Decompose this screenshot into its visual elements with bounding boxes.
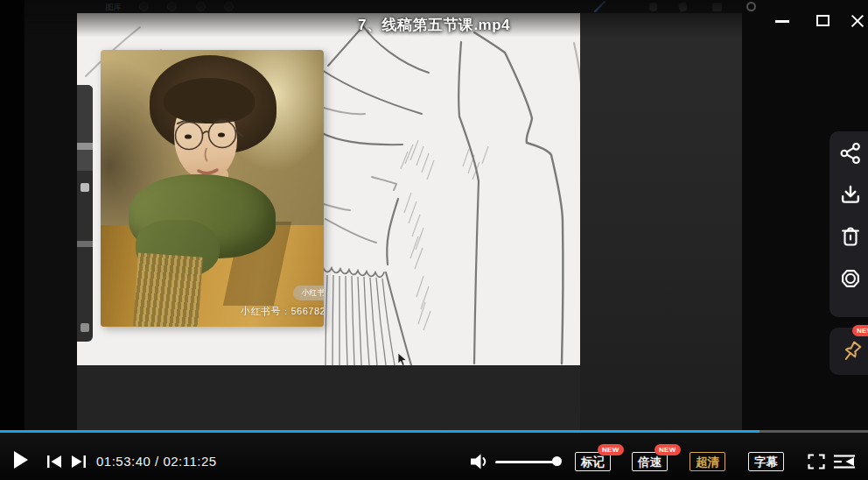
subtitle-button[interactable]: 字幕 [748, 452, 784, 471]
playlist-icon[interactable] [833, 454, 856, 469]
modify-button [80, 183, 89, 192]
video-title: 7、线稿第五节课.mp4 [0, 15, 868, 35]
layers-icon [712, 3, 722, 11]
share-icon[interactable] [839, 142, 862, 165]
quality-button[interactable]: 超清 [690, 452, 725, 471]
volume-icon[interactable] [469, 452, 490, 471]
photo-face-features [101, 50, 324, 327]
volume-slider[interactable] [495, 461, 556, 463]
brush-size-slider [77, 85, 93, 143]
fullscreen-icon[interactable] [808, 454, 825, 469]
mouse-cursor [397, 353, 408, 365]
minimize-button[interactable] [775, 20, 789, 23]
video-background-right [580, 13, 742, 432]
trash-icon[interactable] [839, 225, 862, 248]
procreate-gallery-label: 图库 [105, 2, 122, 13]
letterbox-left [0, 0, 24, 432]
undo-button [80, 323, 89, 332]
previous-button[interactable] [46, 454, 64, 469]
player-window: 图库 [0, 0, 868, 480]
slider-track [77, 150, 93, 171]
selected-brush-icon [593, 1, 607, 12]
smudge-icon [196, 2, 206, 11]
close-button[interactable] [848, 11, 867, 31]
video-background-bottom [77, 365, 580, 432]
record-icon[interactable] [839, 267, 862, 290]
pin-icon[interactable] [839, 340, 864, 366]
color-swatch-icon [746, 2, 756, 11]
slider-handle [77, 143, 93, 150]
speed-new-badge: NEW [654, 444, 681, 455]
eraser-tool-icon [678, 2, 688, 12]
next-button[interactable] [69, 454, 87, 469]
eraser-icon [224, 2, 234, 11]
opacity-slider-handle [77, 241, 93, 247]
reference-photo: 小红书 小红书号：5667820 [101, 50, 324, 327]
watermark-id-text: 小红书号：5667820 [241, 305, 324, 318]
video-viewport[interactable]: 小红书 小红书号：5667820 [77, 13, 580, 365]
download-icon[interactable] [839, 184, 862, 207]
time-display: 01:53:40 / 02:11:25 [96, 454, 217, 469]
scarf-fringe-lines [326, 275, 395, 365]
video-margin-left [24, 0, 77, 432]
smudge-tool-icon [649, 3, 657, 11]
procreate-sidebar [77, 85, 93, 342]
volume-slider-handle[interactable] [552, 456, 562, 466]
wrench-icon [139, 2, 149, 11]
mark-new-badge: NEW [598, 444, 624, 455]
maximize-button[interactable] [816, 15, 830, 26]
pin-new-badge: NEW [852, 325, 868, 336]
play-button[interactable] [14, 451, 28, 469]
brush-icon [167, 2, 177, 11]
video-procreate-toolbar: 图库 [24, 0, 742, 13]
xiaohongshu-badge: 小红书 [293, 286, 324, 300]
